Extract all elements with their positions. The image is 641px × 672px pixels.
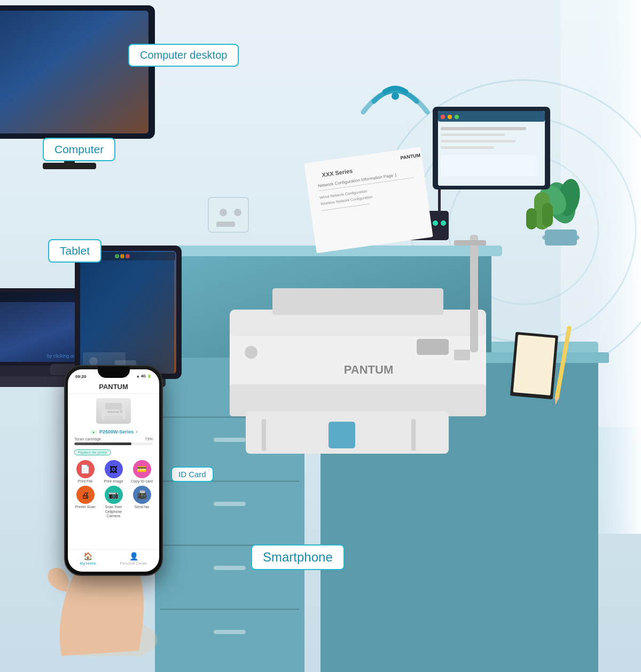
svg-point-29 — [441, 220, 446, 226]
svg-point-21 — [220, 209, 227, 216]
phone-icons-grid-1: 📄 Print File 🖼 Print Image 💳 Copy ID car… — [68, 457, 159, 485]
svg-rect-58 — [454, 350, 470, 360]
phone-toner-label: Toner cartridge — [74, 437, 101, 441]
phone-app-header: PANTUM — [68, 381, 159, 394]
phone-body: 09:20 ▲ 4G 🔋 PANTUM PANTUM ● P2500W-Seri… — [64, 365, 163, 576]
phone-icon-send-fax[interactable]: 📠 Send fax — [129, 486, 155, 518]
phone-bottom-nav: 🏠 My Home 👤 Personal Center — [68, 549, 159, 567]
svg-rect-66 — [441, 115, 445, 119]
phone-toner-section: Toner cartridge 73% Replace the printer — [68, 436, 159, 457]
svg-rect-33 — [545, 230, 577, 246]
svg-rect-106 — [104, 416, 123, 420]
svg-rect-72 — [441, 146, 494, 149]
svg-rect-76 — [0, 11, 148, 133]
phone-icon-copy-id[interactable]: 💳 Copy ID card — [129, 460, 155, 484]
phone-icon-print-image[interactable]: 🖼 Print Image — [100, 460, 127, 484]
svg-rect-15 — [214, 502, 246, 506]
phone-icon-print-file[interactable]: 📄 Print File — [72, 460, 98, 484]
svg-rect-23 — [216, 222, 235, 227]
phone-time: 09:20 — [75, 374, 86, 379]
svg-rect-69 — [441, 127, 526, 130]
svg-rect-60 — [470, 235, 478, 352]
svg-text:PANTUM: PANTUM — [344, 363, 393, 376]
svg-rect-78 — [43, 163, 96, 169]
svg-rect-73 — [441, 155, 537, 176]
phone-toner-percent: 73% — [145, 437, 153, 441]
svg-rect-70 — [441, 133, 505, 136]
svg-point-22 — [234, 209, 241, 216]
svg-point-30 — [433, 220, 438, 226]
phone-container: 09:20 ▲ 4G 🔋 PANTUM PANTUM ● P2500W-Seri… — [51, 394, 168, 640]
phone-nav-home[interactable]: 🏠 My Home — [80, 552, 96, 565]
svg-rect-16 — [214, 566, 246, 570]
svg-text:PANTUM: PANTUM — [108, 410, 119, 414]
computer-label: Computer — [43, 138, 115, 161]
phone-toner-bar — [74, 442, 153, 445]
svg-rect-20 — [208, 197, 248, 232]
tablet-label: Tablet — [48, 239, 101, 263]
smartphone-label: Smartphone — [251, 544, 345, 570]
phone-signal: ▲ 4G 🔋 — [136, 374, 152, 378]
svg-rect-65 — [438, 111, 545, 122]
phone-model-row: ● P2500W-Series › — [68, 428, 159, 436]
phone-screen: 09:20 ▲ 4G 🔋 PANTUM PANTUM ● P2500W-Seri… — [68, 369, 159, 572]
svg-rect-94 — [115, 254, 119, 258]
svg-rect-55 — [411, 419, 416, 451]
svg-rect-92 — [126, 254, 130, 258]
svg-rect-93 — [120, 254, 124, 258]
svg-rect-50 — [272, 288, 443, 315]
phone-icon-scan-camera[interactable]: 📷 Scan from Cellphone Camera — [100, 486, 127, 518]
svg-rect-100 — [513, 335, 556, 396]
svg-point-57 — [245, 346, 257, 359]
svg-rect-53 — [329, 422, 355, 448]
phone-printer-image: PANTUM — [96, 398, 131, 424]
svg-rect-39 — [542, 203, 553, 227]
phone-icon-printer-scan[interactable]: 🖨 Printer Scan — [72, 486, 98, 518]
svg-rect-38 — [526, 208, 537, 230]
phone-icons-grid-2: 🖨 Printer Scan 📷 Scan from Cellphone Cam… — [68, 485, 159, 520]
svg-rect-59 — [417, 339, 449, 355]
svg-rect-71 — [441, 140, 515, 143]
phone-replace-btn[interactable]: Replace the printer — [74, 449, 111, 455]
svg-rect-14 — [214, 438, 246, 442]
svg-rect-17 — [214, 630, 246, 634]
phone-nav-personal[interactable]: 👤 Personal Center — [120, 552, 147, 565]
svg-point-97 — [89, 357, 98, 366]
svg-point-107 — [120, 410, 123, 413]
svg-rect-13 — [160, 608, 299, 610]
svg-rect-40 — [304, 147, 433, 254]
svg-rect-61 — [454, 240, 486, 246]
svg-rect-67 — [448, 115, 452, 119]
phone-model-name: P2500W-Series — [99, 429, 134, 434]
svg-point-31 — [392, 92, 399, 100]
id-card-label: ID Card — [171, 467, 214, 482]
svg-rect-68 — [455, 115, 459, 119]
svg-rect-54 — [262, 419, 266, 451]
computer-desktop-label: Computer desktop — [128, 44, 239, 67]
svg-rect-105 — [105, 403, 122, 409]
